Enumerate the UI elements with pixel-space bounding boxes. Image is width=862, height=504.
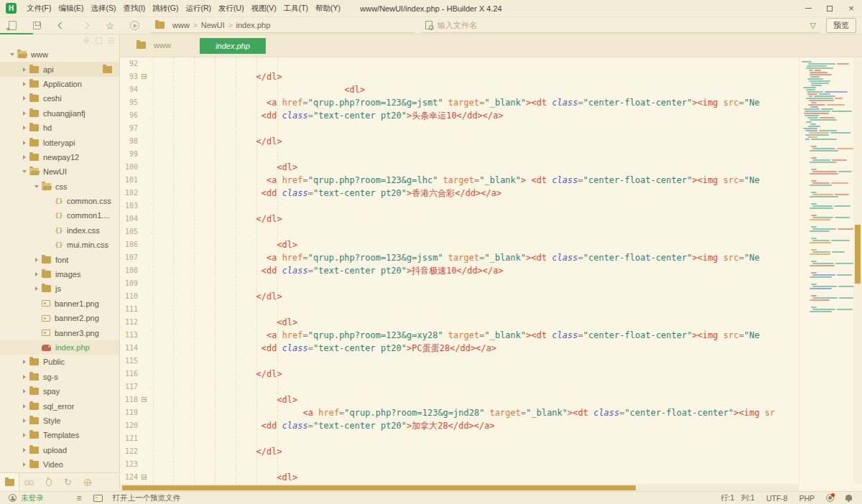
code-line[interactable]: 103	[120, 200, 799, 213]
code-line[interactable]: 104 </dl>	[120, 213, 799, 225]
minimap[interactable]	[799, 57, 853, 484]
chevron-right-icon[interactable]	[23, 389, 26, 393]
menu-item[interactable]: 查找(I)	[119, 4, 149, 14]
breadcrumb-item[interactable]: NewUI	[201, 21, 225, 29]
tree-item-application[interactable]: Application	[0, 77, 119, 91]
tree-item-sg-s[interactable]: sg-s	[0, 370, 119, 384]
chevron-right-icon[interactable]	[23, 141, 26, 145]
code-line[interactable]: 106 <dl>	[120, 238, 799, 251]
chevron-right-icon[interactable]	[23, 82, 26, 86]
project-tab[interactable]: www	[136, 41, 171, 50]
chevron-down-icon[interactable]	[34, 185, 39, 188]
menu-item[interactable]: 工具(T)	[280, 4, 312, 14]
code-area[interactable]: 9293 </dl>94 <dl>95 <a href="qrup.php?ro…	[120, 57, 799, 484]
menu-item[interactable]: 运行(R)	[182, 4, 216, 14]
breadcrumb[interactable]: www>NewUI>index.php	[151, 19, 415, 33]
filter-icon[interactable]: ▽	[810, 21, 816, 30]
code-line[interactable]: 94 <dl>	[120, 83, 799, 96]
tree-item-sql-error[interactable]: sql_error	[0, 398, 119, 413]
tree-item-api[interactable]: api	[0, 62, 119, 76]
breadcrumb-item[interactable]: index.php	[236, 21, 271, 29]
update-icon[interactable]	[826, 494, 834, 502]
save-button[interactable]	[24, 17, 49, 34]
chevron-right-icon[interactable]	[35, 258, 38, 262]
fold-marker-icon[interactable]	[142, 475, 147, 480]
tab-index-php[interactable]: index.php	[200, 38, 266, 54]
code-line[interactable]: 95 <a href="qrup.php?room=123&g=jsmt" ta…	[120, 96, 799, 109]
code-line[interactable]: 117	[120, 381, 799, 393]
bell-icon[interactable]	[845, 495, 852, 500]
outline-icon[interactable]: ≡	[77, 494, 82, 503]
code-line[interactable]: 124 <dl>	[120, 471, 799, 484]
tree-item-lotteryapi[interactable]: lotteryapi	[0, 135, 119, 149]
account-icon[interactable]	[9, 494, 17, 502]
fold-marker-icon[interactable]	[142, 397, 147, 402]
favorite-button[interactable]: ☆	[98, 17, 122, 34]
code-line[interactable]: 102 <dd class="text-center pt20">香港六合彩</…	[120, 187, 799, 200]
chevron-right-icon[interactable]	[23, 433, 26, 437]
horizontal-scrollbar[interactable]	[120, 484, 799, 491]
language-indicator[interactable]: PHP	[799, 494, 815, 503]
code-line[interactable]: 100 <dl>	[120, 161, 799, 174]
tree-item-spay[interactable]: spay	[0, 384, 119, 398]
collapse-icon[interactable]	[96, 37, 102, 44]
code-line[interactable]: 97	[120, 122, 799, 135]
back-button[interactable]	[49, 17, 73, 34]
code-line[interactable]: 108 <dd class="text-center pt20">抖音极速10<…	[120, 264, 799, 277]
forward-button[interactable]	[73, 17, 98, 34]
code-line[interactable]: 107 <a href="qrup.php?room=123&g=jssm" t…	[120, 251, 799, 264]
chevron-right-icon[interactable]	[23, 448, 26, 452]
tree-item-newpay12[interactable]: newpay12	[0, 150, 119, 164]
code-line[interactable]: 110 </dl>	[120, 290, 799, 303]
chevron-right-icon[interactable]	[23, 462, 26, 467]
new-file-button[interactable]	[0, 17, 24, 34]
menu-item[interactable]: 跳转(G)	[149, 4, 182, 14]
code-line[interactable]: 112 <dl>	[120, 316, 799, 329]
files-panel-button[interactable]	[0, 473, 19, 491]
chevron-right-icon[interactable]	[35, 286, 38, 291]
maximize-button[interactable]	[819, 0, 840, 17]
code-line[interactable]: 96 <dd class="text-center pt20">头条幸运10</…	[120, 109, 799, 122]
tree-item-hd[interactable]: hd	[0, 121, 119, 135]
add-icon[interactable]: ⊕	[83, 37, 90, 45]
menu-icon[interactable]	[108, 38, 115, 43]
encoding-indicator[interactable]: UTF-8	[766, 494, 788, 503]
tree-item-index-css[interactable]: {}index.css	[0, 223, 119, 238]
code-line[interactable]: 121	[120, 432, 799, 445]
chevron-down-icon[interactable]	[10, 53, 14, 56]
chevron-right-icon[interactable]	[23, 375, 26, 379]
search-panel-button[interactable]	[19, 473, 39, 491]
code-line[interactable]: 93 </dl>	[120, 70, 799, 83]
menu-item[interactable]: 发行(U)	[215, 4, 248, 14]
tree-item-font[interactable]: font	[0, 252, 119, 266]
file-search-input[interactable]: 输入文件名 ▽	[421, 19, 820, 33]
menu-item[interactable]: 文件(F)	[23, 4, 55, 14]
tree-item-ceshi[interactable]: ceshi	[0, 91, 119, 106]
chevron-right-icon[interactable]	[23, 126, 26, 130]
close-button[interactable]: ×	[840, 0, 862, 17]
chevron-right-icon[interactable]	[35, 272, 38, 276]
tree-item-video[interactable]: Video	[0, 457, 119, 472]
menu-item[interactable]: 编辑(E)	[55, 4, 87, 14]
tree-item-banner1-png[interactable]: banner1.png	[0, 297, 119, 311]
preview-hint[interactable]: 打开上一个预览文件	[113, 493, 181, 503]
code-line[interactable]: 114 <dd class="text-center pt20">PC蛋蛋28<…	[120, 342, 799, 355]
code-line[interactable]: 111	[120, 303, 799, 316]
menu-item[interactable]: 帮助(Y)	[312, 4, 344, 14]
tree-item-templates[interactable]: Templates	[0, 428, 119, 442]
tree-item-public[interactable]: Public	[0, 355, 119, 369]
tree-item-www[interactable]: www	[0, 47, 119, 62]
code-line[interactable]: 101 <a href="qrup.php?room=123&g=lhc" ta…	[120, 174, 799, 187]
fold-marker-icon[interactable]	[142, 74, 147, 79]
run-button[interactable]	[122, 17, 147, 34]
preview-button[interactable]: 预览	[826, 18, 856, 33]
login-status[interactable]: 未登录	[21, 493, 44, 503]
tree-item-style[interactable]: Style	[0, 414, 119, 428]
chevron-right-icon[interactable]	[23, 360, 26, 364]
tree-item-common1-[interactable]: {}common1....	[0, 208, 119, 223]
tree-item-chuangjianfj[interactable]: chuangjianfj	[0, 106, 119, 121]
menu-item[interactable]: 选择(S)	[87, 4, 119, 14]
terminal-icon[interactable]	[93, 495, 103, 502]
tree-item-images[interactable]: images	[0, 267, 119, 281]
code-line[interactable]: 113 <a href="qrup.php?room=123&g=xy28" t…	[120, 329, 799, 342]
